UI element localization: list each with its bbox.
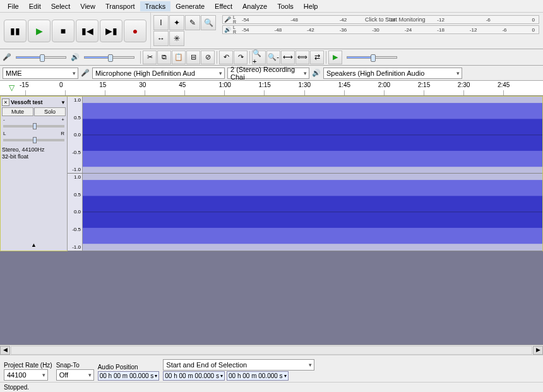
input-device-combo[interactable]: Microphone (High Definition Aud: [92, 68, 225, 79]
selection-tool[interactable]: I: [153, 15, 169, 30]
channels-combo[interactable]: 2 (Stereo) Recording Chai: [227, 68, 309, 79]
track-menu-button[interactable]: ▼: [61, 100, 66, 105]
play-tick: -6: [502, 27, 506, 33]
snap-to-combo[interactable]: Off: [56, 369, 94, 381]
scroll-left-button[interactable]: ◀: [0, 346, 10, 355]
rec-volume-slider[interactable]: [12, 56, 70, 59]
zoom-tool[interactable]: 🔍: [201, 15, 216, 30]
pause-button[interactable]: ▮▮: [4, 20, 27, 42]
selection-end-field[interactable]: 00 h 00 m 00.000 s▾: [227, 371, 289, 381]
transport-controls: ▮▮ ▶ ■ ▮◀ ▶▮ ●: [0, 13, 150, 49]
copy-button[interactable]: ⧉: [157, 50, 171, 64]
mute-button[interactable]: Mute: [2, 107, 33, 116]
play-tick: -30: [372, 27, 379, 33]
play-at-speed-button[interactable]: ▶: [328, 50, 342, 64]
cut-button[interactable]: ✂: [143, 50, 157, 64]
skip-end-button[interactable]: ▶▮: [100, 20, 122, 42]
play-tick: -48: [275, 27, 282, 33]
fit-project-button[interactable]: ⟺: [295, 50, 309, 64]
horizontal-scrollbar[interactable]: ◀ ▶: [0, 345, 543, 355]
zoom-in-button[interactable]: 🔍+: [252, 50, 266, 64]
play-tick: -54: [242, 27, 249, 33]
menu-generate[interactable]: Generate: [170, 1, 210, 11]
timeshift-tool[interactable]: ↔: [153, 31, 169, 46]
track-format-info: Stereo, 44100Hz 32-bit float: [2, 146, 66, 160]
separator: [326, 51, 326, 64]
zoom-toggle-button[interactable]: ⇄: [310, 50, 324, 64]
menu-help[interactable]: Help: [299, 1, 323, 11]
track-close-button[interactable]: ×: [2, 98, 9, 106]
menu-file[interactable]: File: [3, 1, 24, 11]
speaker-icon: 🔊: [312, 69, 321, 77]
menu-tracks[interactable]: Tracks: [140, 1, 171, 11]
scroll-track[interactable]: [11, 346, 532, 355]
menu-tools[interactable]: Tools: [272, 1, 299, 11]
menu-analyze[interactable]: Analyze: [237, 1, 272, 11]
waveform-right[interactable]: [83, 174, 542, 250]
zoom-out-button[interactable]: 🔍-: [266, 50, 280, 64]
menu-view[interactable]: View: [75, 1, 100, 11]
selection-toolbar: Project Rate (Hz) 44100 Snap-To Off Audi…: [0, 355, 543, 382]
separator: [140, 51, 141, 64]
playhead-icon[interactable]: ▽: [9, 83, 15, 92]
waveform-left[interactable]: [83, 97, 542, 173]
pan-slider[interactable]: [3, 139, 64, 141]
audio-position-field[interactable]: 00 h 00 m 00.000 s▾: [98, 371, 160, 381]
redo-button[interactable]: ↷: [234, 50, 248, 64]
play-tick: -42: [307, 27, 314, 33]
silence-button[interactable]: ⊘: [201, 50, 215, 64]
play-meter-scale: -54 -48 -42 -36 -30 -24 -18 -12 -6 0: [238, 27, 539, 33]
wave-channel-left: 1.00.50.0-0.5-1.0: [68, 97, 542, 174]
play-button[interactable]: ▶: [28, 20, 51, 42]
playback-meter[interactable]: 🔊 LR -54 -48 -42 -36 -30 -24 -18 -12 -6 …: [222, 25, 539, 34]
menu-transport[interactable]: Transport: [100, 1, 140, 11]
rec-tick: -12: [437, 17, 445, 23]
amplitude-scale: 1.00.50.0-0.5-1.0: [68, 97, 83, 173]
record-button[interactable]: ●: [124, 20, 146, 42]
selection-start-field[interactable]: 00 h 00 m 00.000 s▾: [163, 371, 225, 381]
fit-selection-button[interactable]: ⟷: [281, 50, 295, 64]
menu-edit[interactable]: Edit: [24, 1, 46, 11]
selection-mode-combo[interactable]: Start and End of Selection: [163, 359, 314, 371]
time-tick: 2:00: [378, 81, 390, 88]
rec-meter-msg[interactable]: Click to Start Monitoring: [365, 16, 426, 23]
track-name[interactable]: Vessoft test: [9, 99, 61, 105]
speaker-icon: 🔊: [71, 53, 80, 61]
audio-host-combo[interactable]: MME: [3, 68, 78, 79]
menu-effect[interactable]: Effect: [210, 1, 237, 11]
track-collapse-button[interactable]: ▲: [2, 241, 66, 249]
timeline-ruler[interactable]: ▽ -15 0 15 30 45 1:00 1:15 1:30 1:45 2:0…: [0, 81, 543, 96]
time-tick: 2:30: [458, 81, 470, 88]
draw-tool[interactable]: ✎: [185, 15, 200, 30]
time-tick: 2:45: [498, 81, 510, 88]
paste-button[interactable]: 📋: [172, 50, 186, 64]
play-tick: -12: [470, 27, 477, 33]
multi-tool[interactable]: ✳: [169, 31, 184, 46]
recording-meter[interactable]: 🎤 LR -54 -48 -42 -18 -12 -6 0 Click to S…: [222, 15, 539, 24]
footer: ◀ ▶ Project Rate (Hz) 44100 Snap-To Off …: [0, 345, 543, 392]
menu-select[interactable]: Select: [46, 1, 76, 11]
gain-slider[interactable]: [3, 125, 64, 128]
speed-slider[interactable]: [343, 56, 401, 59]
undo-button[interactable]: ↶: [219, 50, 233, 64]
scroll-right-button[interactable]: ▶: [533, 346, 543, 355]
gain-plus: +: [61, 117, 64, 122]
envelope-tool[interactable]: ✦: [169, 15, 184, 30]
output-device-combo[interactable]: Speakers (High Definition Audio: [323, 68, 462, 79]
pan-r: R: [61, 131, 64, 136]
skip-start-button[interactable]: ▮◀: [76, 20, 98, 42]
rec-tick: -54: [242, 17, 249, 23]
rec-tick: -6: [486, 17, 491, 23]
toolbar-secondary: 🎤 🔊 ✂ ⧉ 📋 ⊟ ⊘ ↶ ↷ 🔍+ 🔍- ⟷ ⟺ ⇄ ▶: [0, 49, 543, 66]
gain-minus: -: [3, 117, 5, 122]
trim-button[interactable]: ⊟: [186, 50, 200, 64]
time-tick: 2:15: [418, 81, 430, 88]
time-tick: 15: [99, 81, 106, 88]
meter-lr-label: LR: [232, 25, 238, 34]
rec-tick: -42: [340, 17, 347, 23]
audio-track: × Vessoft test ▼ Mute Solo -+ LR Stereo,…: [0, 96, 543, 251]
stop-button[interactable]: ■: [52, 20, 75, 42]
project-rate-combo[interactable]: 44100: [4, 369, 48, 381]
solo-button[interactable]: Solo: [34, 107, 66, 116]
play-volume-slider[interactable]: [80, 56, 138, 59]
